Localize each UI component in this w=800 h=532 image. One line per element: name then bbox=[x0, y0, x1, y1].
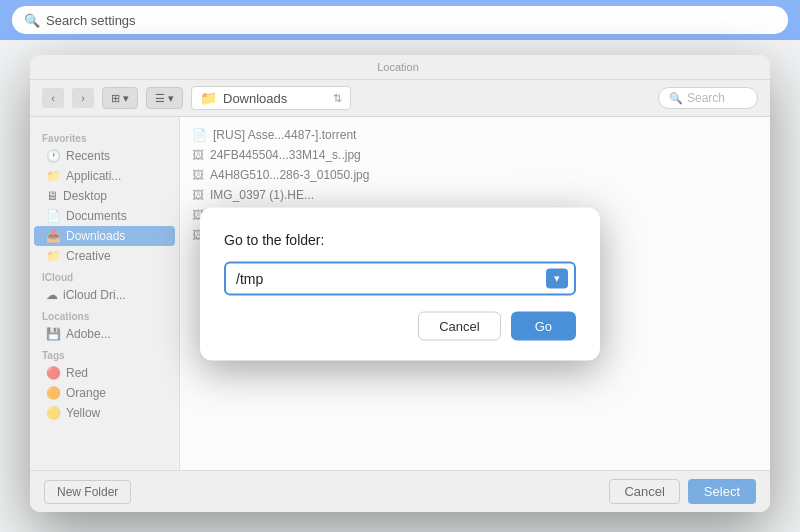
search-icon: 🔍 bbox=[24, 13, 40, 28]
chevron-down-icon: ▾ bbox=[554, 272, 560, 285]
goto-go-button[interactable]: Go bbox=[511, 311, 576, 340]
dropdown-arrow-button[interactable]: ▾ bbox=[546, 268, 568, 288]
goto-cancel-button[interactable]: Cancel bbox=[418, 311, 500, 340]
search-text: Search settings bbox=[46, 13, 136, 28]
chrome-toolbar: 🔍 Search settings bbox=[0, 0, 800, 40]
goto-folder-input[interactable] bbox=[224, 261, 576, 295]
goto-input-container: ▾ bbox=[224, 261, 576, 295]
goto-dialog-title: Go to the folder: bbox=[224, 231, 576, 247]
file-picker-dialog: Location ‹ › ⊞ ▾ ☰ ▾ 📁 Downloads ⇅ 🔍 Sea… bbox=[30, 55, 770, 512]
goto-dialog-buttons: Cancel Go bbox=[224, 311, 576, 340]
goto-folder-dialog: Go to the folder: ▾ Cancel Go bbox=[200, 207, 600, 360]
address-bar[interactable]: 🔍 Search settings bbox=[12, 6, 788, 34]
